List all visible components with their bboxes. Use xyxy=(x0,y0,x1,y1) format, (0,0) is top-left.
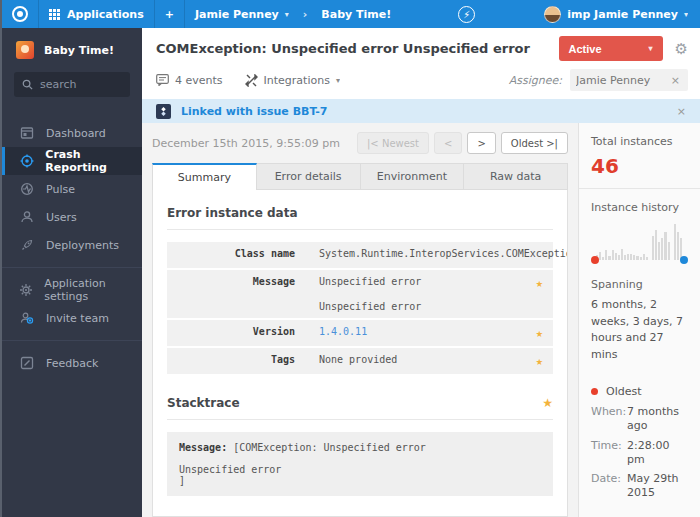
star-icon[interactable]: ★ xyxy=(536,354,543,368)
summary-panel: Error instance data Class name System.Ru… xyxy=(152,190,568,517)
stacktrace-heading: Stacktrace ★ xyxy=(167,396,553,420)
sidebar-item-label: Dashboard xyxy=(46,127,106,140)
history-bar xyxy=(652,236,654,260)
integrations-dropdown[interactable]: Integrations ▾ xyxy=(245,74,340,87)
newest-button[interactable]: |< Newest xyxy=(357,132,429,154)
history-bar xyxy=(677,232,679,260)
error-group-header: COMException: Unspecified error Unspecif… xyxy=(142,28,700,99)
star-icon[interactable]: ★ xyxy=(542,396,553,410)
sidebar-item-feedback[interactable]: Feedback xyxy=(2,349,142,377)
instance-stats-panel: Total instances 46 Instance history Span… xyxy=(578,123,700,517)
sidebar-search[interactable] xyxy=(14,72,130,97)
history-bar xyxy=(605,250,607,260)
app-header[interactable]: Baby Time! xyxy=(2,28,142,70)
page-title: COMException: Unspecified error Unspecif… xyxy=(156,41,559,56)
star-icon[interactable]: ★ xyxy=(536,276,543,312)
account-menu[interactable]: imp Jamie Penney ▾ xyxy=(532,6,700,23)
sidebar-item-users[interactable]: Users xyxy=(2,203,142,231)
instance-timestamp: December 15th 2015, 9:55:09 pm xyxy=(152,137,357,150)
assignee-field[interactable]: × xyxy=(570,69,688,91)
oldest-button[interactable]: Oldest >| xyxy=(501,132,568,154)
version-link[interactable]: 1.4.0.11 xyxy=(319,326,526,340)
left-sidebar: Baby Time! Dashboard Crash Reporting Pul… xyxy=(2,28,142,517)
history-bar xyxy=(640,257,642,260)
applications-label: Applications xyxy=(67,8,144,21)
status-dropdown[interactable]: Active ▾ xyxy=(559,36,663,61)
user-breadcrumb-menu[interactable]: Jamie Penney ▾ xyxy=(185,0,299,28)
newest-marker-dot xyxy=(680,256,688,264)
total-instances-value: 46 xyxy=(591,154,688,178)
history-bar xyxy=(612,250,614,260)
sidebar-item-label: Invite team xyxy=(46,312,109,325)
sidebar-item-invite-team[interactable]: Invite team xyxy=(2,304,142,332)
message-line-1: Unspecified error xyxy=(319,276,526,287)
row-key: Message xyxy=(177,276,295,312)
sidebar-item-pulse[interactable]: Pulse xyxy=(2,175,142,203)
search-input[interactable] xyxy=(40,78,122,91)
status-label: Active xyxy=(569,43,602,55)
total-instances-label: Total instances xyxy=(591,135,688,148)
add-application-button[interactable]: + xyxy=(155,0,184,28)
sidebar-item-deployments[interactable]: Deployments xyxy=(2,231,142,259)
sidebar-item-label: Crash Reporting xyxy=(45,148,142,174)
rocket-icon xyxy=(19,238,35,252)
tab-error-details[interactable]: Error details xyxy=(257,163,361,190)
next-instance-button[interactable]: > xyxy=(467,132,495,154)
sidebar-item-dashboard[interactable]: Dashboard xyxy=(2,119,142,147)
lightning-icon[interactable]: ⚡ xyxy=(458,6,475,23)
breadcrumb-app[interactable]: Baby Time! xyxy=(311,0,401,28)
tab-summary[interactable]: Summary xyxy=(152,163,257,190)
chevron-down-icon: ▾ xyxy=(336,76,340,85)
breadcrumb-separator: › xyxy=(303,8,308,21)
table-row: Class name System.Runtime.InteropService… xyxy=(167,242,553,268)
date-label: Date: xyxy=(591,472,627,501)
row-value: Unspecified error Unspecified error xyxy=(319,276,526,312)
spanning-value: 6 months, 2 weeks, 3 days, 7 hours and 2… xyxy=(591,297,688,363)
tab-environment[interactable]: Environment xyxy=(361,163,465,190)
history-bar xyxy=(658,242,660,260)
oldest-section: Oldest When:7 months ago Time:2:28:00 pm… xyxy=(579,373,700,516)
feedback-icon xyxy=(19,356,35,370)
crash-reporting-icon xyxy=(19,154,34,168)
history-bar xyxy=(668,242,670,260)
history-bar xyxy=(608,256,610,260)
history-bar xyxy=(646,257,648,260)
linked-issue-text[interactable]: Linked with issue BBT-7 xyxy=(181,105,675,118)
grid-icon xyxy=(49,9,60,20)
chevron-down-icon: ▾ xyxy=(649,44,653,53)
sidebar-item-application-settings[interactable]: Application settings xyxy=(2,276,142,304)
sidebar-item-label: Feedback xyxy=(46,357,98,370)
star-icon[interactable]: ★ xyxy=(536,326,543,340)
assignee-input[interactable] xyxy=(576,74,669,87)
history-bar xyxy=(664,232,666,260)
dismiss-banner-icon[interactable]: × xyxy=(675,105,688,118)
row-value: None provided xyxy=(319,354,526,368)
search-icon xyxy=(22,79,33,90)
tab-raw-data[interactable]: Raw data xyxy=(464,163,568,190)
sidebar-item-label: Application settings xyxy=(44,277,142,303)
settings-gear-icon[interactable]: ⚙ xyxy=(675,40,688,58)
events-button[interactable]: 4 events xyxy=(156,74,223,87)
clear-assignee-icon[interactable]: × xyxy=(669,74,682,87)
prev-instance-button[interactable]: < xyxy=(434,132,462,154)
pulse-icon xyxy=(19,182,35,196)
section-title: Stacktrace xyxy=(167,396,240,410)
row-key: Version xyxy=(177,326,295,340)
history-bar xyxy=(643,254,645,260)
applications-menu[interactable]: Applications xyxy=(39,0,154,28)
instance-history-chart xyxy=(591,222,688,268)
app-icon xyxy=(16,41,34,59)
linked-issue-banner: Linked with issue BBT-7 × xyxy=(142,99,700,123)
breadcrumb-app-label: Baby Time! xyxy=(321,8,391,21)
sidebar-item-label: Deployments xyxy=(46,239,119,252)
oldest-title: Oldest xyxy=(606,385,642,398)
sidebar-divider xyxy=(2,340,142,341)
jira-icon xyxy=(156,104,171,119)
events-label: 4 events xyxy=(175,74,223,87)
users-icon xyxy=(19,210,35,224)
raygun-logo-icon xyxy=(12,6,28,22)
sidebar-item-crash-reporting[interactable]: Crash Reporting xyxy=(2,147,142,175)
sidebar-divider xyxy=(2,267,142,268)
raygun-logo[interactable] xyxy=(2,0,38,28)
detail-tabs: Summary Error details Environment Raw da… xyxy=(152,163,568,190)
